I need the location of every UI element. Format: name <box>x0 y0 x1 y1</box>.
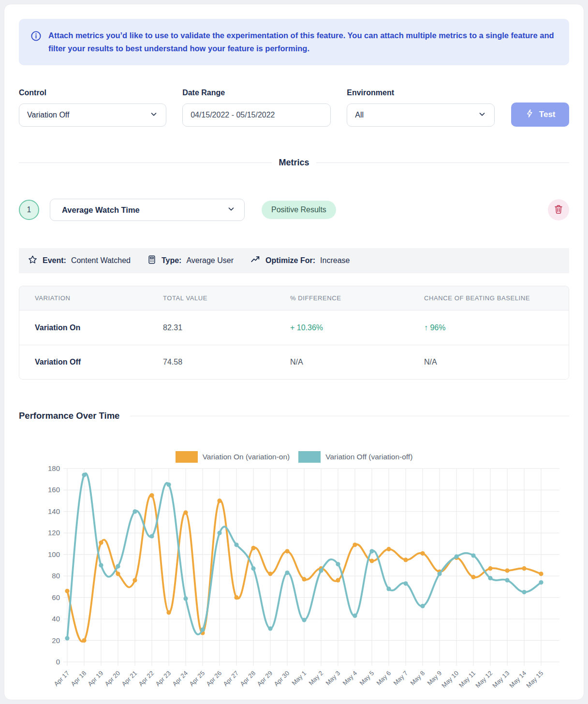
info-icon <box>30 30 42 44</box>
row-variation-name: Variation On <box>19 323 147 332</box>
positive-results-badge: Positive Results <box>262 201 336 219</box>
environment-label: Environment <box>347 88 495 97</box>
svg-text:May 4: May 4 <box>341 670 358 687</box>
legend-swatch-on <box>176 451 198 463</box>
environment-select-value: All <box>355 111 364 119</box>
chevron-down-icon <box>478 110 486 120</box>
row-variation-name: Variation Off <box>19 358 147 367</box>
control-label: Control <box>19 88 166 97</box>
event-summary: Event: Content Watched <box>28 255 131 267</box>
trash-icon <box>553 204 564 216</box>
table-row: Variation Off 74.58 N/A N/A <box>19 345 569 379</box>
col-chance: CHANCE OF BEATING BASELINE <box>409 294 569 302</box>
test-button[interactable]: Test <box>511 103 569 127</box>
svg-text:Apr 22: Apr 22 <box>137 670 155 688</box>
performance-section-header: Performance Over Time <box>19 411 569 421</box>
row-total-value: 74.58 <box>147 358 275 367</box>
bolt-icon <box>525 109 534 120</box>
svg-text:May 5: May 5 <box>358 670 375 687</box>
svg-text:120: 120 <box>48 528 60 537</box>
metric-row: 1 Average Watch Time Positive Results <box>19 199 569 221</box>
divider-line <box>316 162 569 163</box>
info-banner: Attach metrics you’d like to use to vali… <box>19 19 569 65</box>
svg-text:Apr 23: Apr 23 <box>154 670 172 688</box>
type-value: Average User <box>186 256 234 265</box>
col-total-value: TOTAL VALUE <box>147 294 275 302</box>
svg-text:May 6: May 6 <box>375 670 392 687</box>
svg-text:Apr 29: Apr 29 <box>255 670 274 688</box>
optimize-label: Optimize For: <box>265 256 315 265</box>
performance-title: Performance Over Time <box>19 411 119 421</box>
calculator-icon <box>147 255 157 266</box>
metric-select-value: Average Watch Time <box>62 205 140 215</box>
svg-text:0: 0 <box>56 658 60 666</box>
metrics-section-title: Metrics <box>272 158 316 168</box>
performance-chart-canvas: 020406080100120140160180Apr 17Apr 18Apr … <box>19 465 570 700</box>
type-summary: Type: Average User <box>147 255 234 266</box>
optimize-summary: Optimize For: Increase <box>250 254 350 267</box>
legend-item-variation-on[interactable]: Variation On (variation-on) <box>176 451 290 463</box>
experiment-panel: Attach metrics you’d like to use to vali… <box>4 4 584 700</box>
metric-select[interactable]: Average Watch Time <box>50 199 245 221</box>
svg-text:Apr 20: Apr 20 <box>103 670 121 688</box>
svg-text:Apr 27: Apr 27 <box>221 670 240 688</box>
results-table: VARIATION TOTAL VALUE % DIFFERENCE CHANC… <box>19 286 569 380</box>
event-value: Content Watched <box>71 256 131 265</box>
star-icon <box>28 255 38 267</box>
svg-text:May 14: May 14 <box>508 670 528 689</box>
control-select[interactable]: Variation Off <box>19 103 166 127</box>
svg-text:May 11: May 11 <box>457 670 477 689</box>
svg-text:May 3: May 3 <box>324 670 341 687</box>
info-banner-text: Attach metrics you’d like to use to vali… <box>48 29 555 55</box>
test-button-label: Test <box>539 110 556 119</box>
optimize-value: Increase <box>320 256 350 265</box>
legend-item-variation-off[interactable]: Variation Off (variation-off) <box>298 451 412 463</box>
svg-text:May 10: May 10 <box>440 670 460 689</box>
chevron-down-icon <box>149 110 158 120</box>
row-difference: + 10.36% <box>275 323 409 332</box>
environment-select[interactable]: All <box>347 103 495 127</box>
performance-chart: 020406080100120140160180Apr 17Apr 18Apr … <box>19 465 569 700</box>
col-variation: VARIATION <box>19 294 147 302</box>
legend-label-off: Variation Off (variation-off) <box>325 453 412 461</box>
svg-text:Apr 30: Apr 30 <box>272 670 291 688</box>
row-chance: ↑ 96% <box>409 323 569 332</box>
row-difference: N/A <box>275 358 409 367</box>
type-label: Type: <box>162 256 181 265</box>
svg-text:Apr 19: Apr 19 <box>86 670 104 688</box>
table-row: Variation On 82.31 + 10.36% ↑ 96% <box>19 310 569 345</box>
header-rule <box>130 416 569 416</box>
control-select-value: Variation Off <box>27 111 69 119</box>
legend-label-on: Variation On (variation-on) <box>203 453 290 461</box>
svg-text:40: 40 <box>52 615 60 623</box>
svg-text:Apr 26: Apr 26 <box>205 670 223 688</box>
svg-text:Apr 28: Apr 28 <box>238 670 257 688</box>
table-header-row: VARIATION TOTAL VALUE % DIFFERENCE CHANC… <box>19 286 569 310</box>
chart-legend: Variation On (variation-on) Variation Of… <box>19 451 569 463</box>
svg-text:May 13: May 13 <box>491 670 511 689</box>
event-label: Event: <box>43 256 66 265</box>
svg-text:140: 140 <box>48 507 60 515</box>
svg-text:Apr 25: Apr 25 <box>188 670 206 688</box>
col-difference: % DIFFERENCE <box>275 294 409 302</box>
row-chance: N/A <box>409 358 569 367</box>
chevron-down-icon <box>227 205 235 215</box>
svg-text:20: 20 <box>52 636 60 645</box>
svg-text:60: 60 <box>52 593 60 601</box>
metrics-divider: Metrics <box>19 158 569 168</box>
svg-text:Apr 18: Apr 18 <box>69 670 88 688</box>
svg-text:May 1: May 1 <box>290 670 308 687</box>
svg-text:180: 180 <box>48 465 60 472</box>
svg-text:May 15: May 15 <box>525 670 544 689</box>
svg-text:Apr 24: Apr 24 <box>171 670 189 688</box>
svg-text:Apr 21: Apr 21 <box>120 670 138 688</box>
date-range-value: 04/15/2022 - 05/15/2022 <box>191 111 275 119</box>
date-range-input[interactable]: 04/15/2022 - 05/15/2022 <box>182 103 331 127</box>
metric-index-badge: 1 <box>19 200 39 220</box>
row-total-value: 82.31 <box>147 323 275 332</box>
delete-metric-button[interactable] <box>548 199 569 220</box>
svg-text:May 7: May 7 <box>392 670 409 687</box>
trend-up-icon <box>250 254 261 267</box>
svg-text:Apr 17: Apr 17 <box>52 670 71 688</box>
svg-text:160: 160 <box>48 485 60 494</box>
